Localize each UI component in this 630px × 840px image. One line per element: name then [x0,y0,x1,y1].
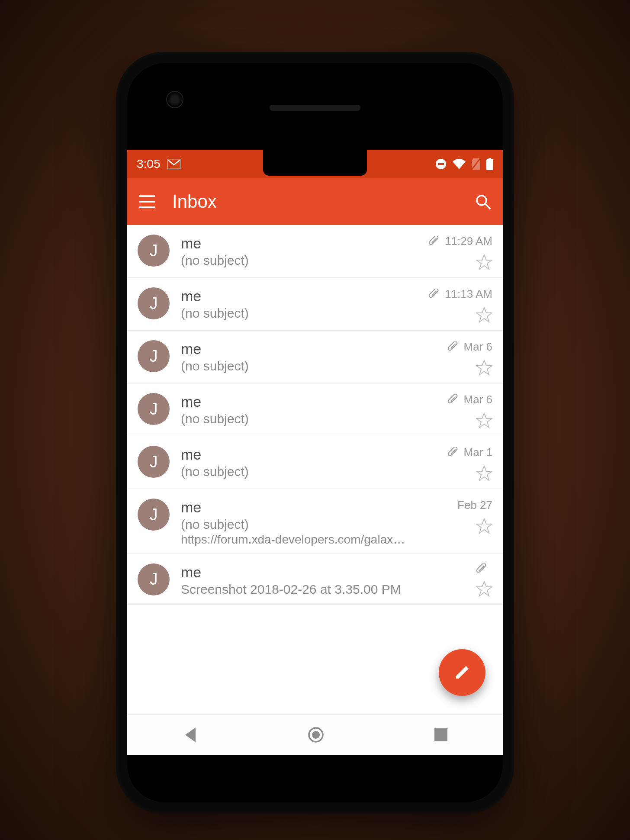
email-subject: (no subject) [181,359,416,373]
menu-icon[interactable] [139,195,155,208]
attachment-icon [428,289,440,300]
sender-name: me [181,499,416,516]
navigation-bar [127,714,503,755]
email-meta: Mar 6 [428,393,492,429]
sender-name: me [181,287,416,305]
email-time: Mar 6 [464,340,492,354]
svg-line-10 [485,204,490,209]
wifi-icon [453,159,466,169]
star-icon[interactable] [476,360,492,376]
email-subject: (no subject) [181,253,416,268]
sender-name: me [181,340,416,358]
email-time: Feb 27 [457,499,492,512]
email-body: me(no subject) [181,287,416,321]
email-body: meScreenshot 2018-02-26 at 3.35.00 PM [181,563,416,597]
email-body: me(no subject) [181,340,416,373]
statusbar-right [435,158,493,170]
sender-name: me [181,446,416,463]
sender-name: me [181,563,416,581]
clock: 3:05 [137,157,161,171]
email-subject: (no subject) [181,306,416,321]
email-row[interactable]: Jme(no subject)https://forum.xda-develop… [127,489,503,554]
email-row[interactable]: Jme(no subject)Mar 6 [127,331,503,383]
email-subject: (no subject) [181,464,416,479]
email-meta [428,563,492,597]
svg-rect-6 [139,195,155,197]
star-icon[interactable] [476,581,492,597]
email-snippet: https://forum.xda-developers.com/galaxy-… [181,533,406,547]
back-button[interactable] [183,727,197,743]
sender-avatar[interactable]: J [138,446,170,478]
email-row[interactable]: JmeScreenshot 2018-02-26 at 3.35.00 PM [127,554,503,605]
phone-frame: 3:05 [116,52,514,814]
email-subject: Screenshot 2018-02-26 at 3.35.00 PM [181,582,416,597]
email-body: me(no subject) [181,393,416,426]
svg-rect-2 [438,163,444,165]
home-button[interactable] [308,727,324,743]
star-icon[interactable] [476,307,492,323]
email-meta: 11:29 AM [428,235,492,270]
earpiece-speaker [270,105,360,111]
search-icon[interactable] [475,194,491,209]
gmail-notification-icon [167,159,180,169]
email-meta: Mar 6 [428,340,492,376]
star-icon[interactable] [476,412,492,429]
front-camera [166,91,183,108]
sender-avatar[interactable]: J [138,287,170,319]
bezel-top [127,63,503,150]
svg-rect-5 [486,159,493,170]
svg-rect-8 [139,206,155,208]
svg-rect-13 [434,728,447,741]
appbar-title: Inbox [172,191,217,212]
svg-rect-7 [139,201,155,203]
sender-avatar[interactable]: J [138,499,170,531]
attachment-icon [476,563,487,575]
sender-avatar[interactable]: J [138,393,170,425]
compose-fab[interactable] [439,649,485,696]
svg-point-12 [312,731,320,739]
recents-button[interactable] [434,728,447,741]
svg-point-9 [477,196,486,205]
attachment-icon [447,341,459,353]
email-time: 11:29 AM [445,235,492,248]
pencil-icon [453,664,471,681]
email-meta: 11:13 AM [428,287,492,323]
email-row[interactable]: Jme(no subject)Mar 1 [127,436,503,489]
attachment-icon [447,394,459,406]
email-subject: (no subject) [181,412,416,426]
screen: 3:05 [127,150,503,755]
email-time: Mar 6 [464,393,492,406]
sender-name: me [181,235,416,252]
email-meta: Feb 27 [428,499,492,534]
bezel-bottom [127,755,503,802]
email-time: 11:13 AM [445,287,492,301]
email-row[interactable]: Jme(no subject)11:29 AM [127,225,503,278]
phone-inner: 3:05 [127,63,503,802]
star-icon[interactable] [476,518,492,534]
email-row[interactable]: Jme(no subject)11:13 AM [127,278,503,331]
no-sim-icon [472,158,480,170]
dnd-icon [435,158,447,170]
email-time: Mar 1 [464,446,492,459]
statusbar-left: 3:05 [137,157,180,171]
sender-avatar[interactable]: J [138,235,170,267]
display-notch [263,150,367,176]
email-body: me(no subject) [181,235,416,268]
battery-icon [486,158,493,170]
sender-avatar[interactable]: J [138,340,170,372]
email-body: me(no subject)https://forum.xda-develope… [181,499,416,547]
email-subject: (no subject) [181,517,416,532]
sender-avatar[interactable]: J [138,563,170,595]
attachment-icon [447,447,459,458]
email-list[interactable]: Jme(no subject)11:29 AMJme(no subject)11… [127,225,503,714]
email-meta: Mar 1 [428,446,492,482]
svg-rect-4 [489,158,491,159]
email-row[interactable]: Jme(no subject)Mar 6 [127,383,503,436]
sender-name: me [181,393,416,411]
app-bar: Inbox [127,178,503,225]
star-icon[interactable] [476,254,492,270]
attachment-icon [428,236,440,247]
star-icon[interactable] [476,465,492,482]
email-body: me(no subject) [181,446,416,479]
